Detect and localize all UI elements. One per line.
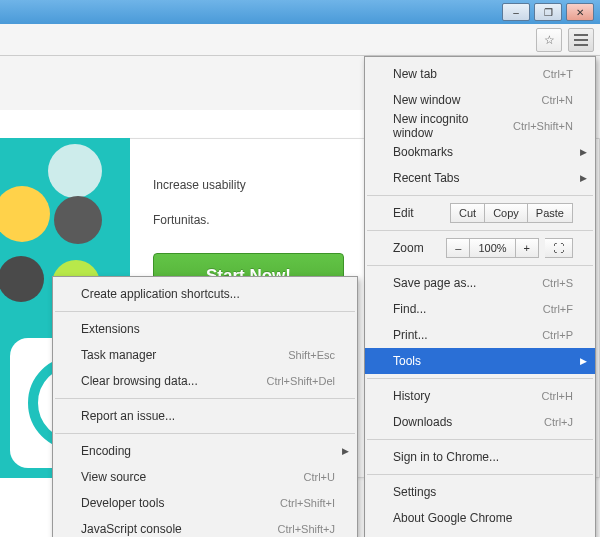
menu-separator (367, 378, 593, 379)
menu-new-tab[interactable]: New tabCtrl+T (365, 61, 595, 87)
menu-separator (55, 433, 355, 434)
submenu-devtools[interactable]: Developer toolsCtrl+Shift+I (53, 490, 357, 516)
menu-separator (367, 230, 593, 231)
submenu-report-issue[interactable]: Report an issue... (53, 403, 357, 429)
browser-toolbar: ☆ (0, 24, 600, 56)
bookmark-star-icon[interactable]: ☆ (536, 28, 562, 52)
menu-signin[interactable]: Sign in to Chrome... (365, 444, 595, 470)
menu-new-window[interactable]: New windowCtrl+N (365, 87, 595, 113)
menu-edit-row: Edit Cut Copy Paste (365, 200, 595, 226)
headline-line2: Fortunitas. (153, 213, 210, 227)
close-button[interactable]: ✕ (566, 3, 594, 21)
hamburger-icon (574, 34, 588, 46)
menu-help[interactable]: Help▶ (365, 531, 595, 537)
menu-print[interactable]: Print...Ctrl+P (365, 322, 595, 348)
tools-submenu: Create application shortcuts... Extensio… (52, 276, 358, 537)
maximize-button[interactable]: ❐ (534, 3, 562, 21)
menu-incognito[interactable]: New incognito windowCtrl+Shift+N (365, 113, 595, 139)
menu-tools[interactable]: Tools▶ (365, 348, 595, 374)
menu-downloads[interactable]: DownloadsCtrl+J (365, 409, 595, 435)
chrome-main-menu: New tabCtrl+T New windowCtrl+N New incog… (364, 56, 596, 537)
headline-line1: Increase usability (153, 178, 246, 192)
chevron-right-icon: ▶ (580, 147, 587, 157)
submenu-view-source[interactable]: View sourceCtrl+U (53, 464, 357, 490)
submenu-create-shortcuts[interactable]: Create application shortcuts... (53, 281, 357, 307)
submenu-js-console[interactable]: JavaScript consoleCtrl+Shift+J (53, 516, 357, 537)
menu-bookmarks[interactable]: Bookmarks▶ (365, 139, 595, 165)
zoom-in-button[interactable]: + (516, 238, 539, 258)
menu-history[interactable]: HistoryCtrl+H (365, 383, 595, 409)
menu-separator (55, 398, 355, 399)
menu-separator (367, 195, 593, 196)
chevron-right-icon: ▶ (580, 173, 587, 183)
submenu-extensions[interactable]: Extensions (53, 316, 357, 342)
menu-separator (367, 439, 593, 440)
chevron-right-icon: ▶ (580, 356, 587, 366)
menu-separator (367, 474, 593, 475)
menu-separator (55, 311, 355, 312)
menu-save-page[interactable]: Save page as...Ctrl+S (365, 270, 595, 296)
menu-separator (367, 265, 593, 266)
decor-bubble (48, 144, 102, 198)
decor-bubble (0, 256, 44, 302)
minimize-button[interactable]: – (502, 3, 530, 21)
decor-bubble (54, 196, 102, 244)
paste-button[interactable]: Paste (528, 203, 573, 223)
window-titlebar: – ❐ ✕ (0, 0, 600, 24)
menu-find[interactable]: Find...Ctrl+F (365, 296, 595, 322)
chrome-menu-button[interactable] (568, 28, 594, 52)
zoom-out-button[interactable]: – (446, 238, 470, 258)
fullscreen-button[interactable]: ⛶ (545, 238, 573, 258)
menu-recent-tabs[interactable]: Recent Tabs▶ (365, 165, 595, 191)
submenu-encoding[interactable]: Encoding▶ (53, 438, 357, 464)
zoom-value: 100% (470, 238, 515, 258)
menu-settings[interactable]: Settings (365, 479, 595, 505)
cut-button[interactable]: Cut (450, 203, 485, 223)
submenu-clear-data[interactable]: Clear browsing data...Ctrl+Shift+Del (53, 368, 357, 394)
thumbs-up-icon (0, 186, 50, 242)
menu-zoom-row: Zoom – 100% + ⛶ (365, 235, 595, 261)
menu-about[interactable]: About Google Chrome (365, 505, 595, 531)
chevron-right-icon: ▶ (342, 446, 349, 456)
copy-button[interactable]: Copy (485, 203, 528, 223)
submenu-task-manager[interactable]: Task managerShift+Esc (53, 342, 357, 368)
